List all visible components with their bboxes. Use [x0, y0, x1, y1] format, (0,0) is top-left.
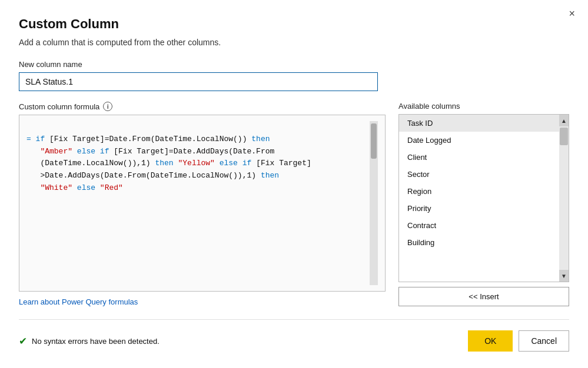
checkmark-icon: ✔	[19, 335, 27, 347]
status-area: ✔ No syntax errors have been detected.	[19, 335, 160, 347]
info-icon[interactable]: i	[103, 102, 112, 111]
list-item[interactable]: Task ID	[399, 115, 569, 132]
close-button[interactable]: ×	[565, 7, 579, 20]
formula-label-text: Custom column formula	[19, 102, 99, 111]
status-text: No syntax errors have been detected.	[32, 337, 160, 346]
cancel-button[interactable]: Cancel	[519, 330, 569, 352]
column-name-label: New column name	[19, 60, 569, 69]
formula-text: = if [Fix Target]=Date.From(DateTime.Loc…	[26, 121, 367, 285]
list-item[interactable]: Building	[399, 234, 569, 251]
scroll-up-button[interactable]: ▲	[559, 115, 569, 126]
left-panel: Custom column formula i = if [Fix Target…	[19, 102, 386, 306]
list-item[interactable]: Contract	[399, 217, 569, 234]
scroll-down-button[interactable]: ▼	[559, 270, 569, 282]
formula-editor[interactable]: = if [Fix Target]=Date.From(DateTime.Loc…	[19, 115, 386, 292]
list-item[interactable]: Region	[399, 183, 569, 200]
insert-button[interactable]: << Insert	[398, 287, 569, 306]
columns-list[interactable]: Task ID Date Logged Client Sector Region…	[398, 114, 569, 282]
list-item[interactable]: Client	[399, 149, 569, 166]
ok-button[interactable]: OK	[468, 330, 513, 352]
formula-label: Custom column formula i	[19, 102, 386, 111]
footer-buttons: OK Cancel	[468, 330, 569, 352]
available-columns-label: Available columns	[398, 102, 569, 111]
list-item[interactable]: Date Logged	[399, 132, 569, 149]
formula-scrollbar[interactable]	[370, 121, 378, 285]
right-panel: Available columns Task ID Date Logged Cl…	[398, 102, 569, 306]
list-item[interactable]: Priority	[399, 200, 569, 217]
scrollbar-thumb	[371, 123, 377, 159]
custom-column-dialog: × Custom Column Add a column that is com…	[0, 0, 588, 368]
dialog-title: Custom Column	[19, 16, 569, 32]
columns-scrollbar[interactable]: ▲ ▼	[559, 115, 569, 282]
columns-list-inner: Task ID Date Logged Client Sector Region…	[398, 114, 569, 282]
footer: ✔ No syntax errors have been detected. O…	[19, 319, 569, 352]
columns-list-wrap: Task ID Date Logged Client Sector Region…	[398, 114, 569, 282]
column-name-input[interactable]	[19, 72, 378, 91]
list-item[interactable]: Sector	[399, 166, 569, 183]
scroll-track	[559, 126, 569, 270]
dialog-subtitle: Add a column that is computed from the o…	[19, 38, 569, 47]
learn-link[interactable]: Learn about Power Query formulas	[19, 297, 386, 306]
main-content: Custom column formula i = if [Fix Target…	[19, 102, 569, 306]
scroll-thumb	[560, 128, 568, 145]
